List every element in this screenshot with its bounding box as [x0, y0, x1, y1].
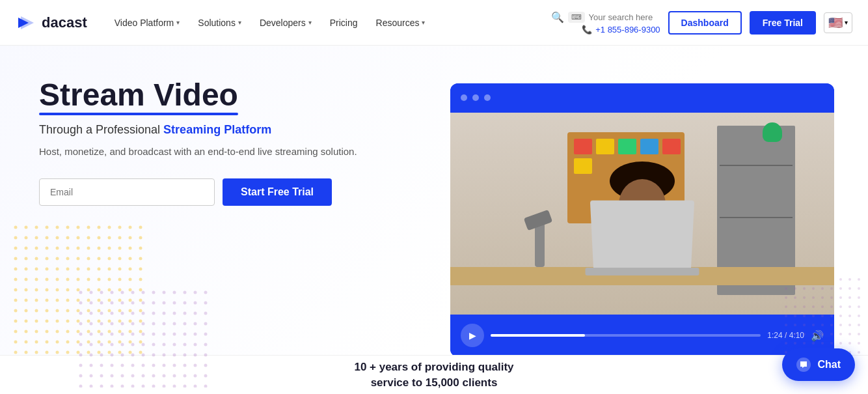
nav-item-video-platform[interactable]: Video Platform ▾: [107, 12, 188, 33]
nav-item-resources[interactable]: Resources ▾: [368, 12, 433, 33]
video-top-bar: [450, 83, 834, 113]
video-dot-2: [472, 94, 479, 101]
chat-button-label: Chat: [817, 359, 841, 371]
note-6: [574, 158, 592, 174]
email-input[interactable]: [39, 178, 215, 206]
video-scene: [450, 113, 834, 315]
lamp: [535, 221, 545, 267]
cta-row: Start Free Trial: [39, 178, 403, 206]
laptop-screen: [590, 200, 694, 267]
chevron-down-icon: ▾: [422, 19, 425, 26]
note-4: [640, 139, 658, 154]
volume-icon[interactable]: 🔊: [811, 330, 824, 342]
dashboard-button[interactable]: Dashboard: [668, 11, 742, 35]
header-contact: 🔍 ⌨ 📞 +1 855-896-9300: [551, 11, 660, 35]
nav-item-developers[interactable]: Developers ▾: [252, 12, 319, 33]
laptop-base: [586, 268, 699, 275]
svg-rect-5: [78, 290, 208, 387]
search-icon[interactable]: 🔍: [551, 11, 564, 23]
header-right: 🔍 ⌨ 📞 +1 855-896-9300 Dashboard Free Tri…: [551, 11, 852, 35]
main-content: Stream Video Through a Professional Stre…: [0, 46, 868, 394]
chevron-down-icon: ▾: [176, 19, 180, 26]
chevron-down-icon: ▾: [845, 19, 848, 26]
start-free-trial-button[interactable]: Start Free Trial: [223, 178, 332, 206]
note-5: [662, 139, 681, 154]
chat-button[interactable]: Chat: [782, 348, 855, 381]
hero-description: Host, monetize, and broadcast with an en…: [39, 145, 403, 160]
phone-link[interactable]: 📞 +1 855-896-9300: [582, 25, 660, 35]
left-content: Stream Video Through a Professional Stre…: [0, 46, 429, 394]
dacast-logo-icon: [16, 12, 36, 33]
dots-yellow-decoration: [13, 225, 143, 355]
video-progress-bar[interactable]: [491, 334, 761, 337]
search-row: 🔍 ⌨: [551, 11, 660, 23]
hero-subtitle: Through a Professional Streaming Platfor…: [39, 123, 403, 137]
free-trial-button[interactable]: Free Trial: [750, 11, 816, 35]
note-3: [618, 139, 636, 154]
note-2: [596, 139, 614, 154]
logo[interactable]: dacast: [16, 12, 87, 33]
language-selector[interactable]: 🇺🇸 ▾: [824, 12, 852, 33]
main-nav: Video Platform ▾ Solutions ▾ Developers …: [107, 12, 551, 33]
right-content: ▶ 1:24 / 4:10 🔊: [429, 46, 868, 394]
video-dot-3: [484, 94, 491, 101]
flag-icon: 🇺🇸: [828, 16, 843, 30]
note-1: [574, 139, 592, 154]
phone-icon: 📞: [582, 25, 592, 35]
hero-title-text: Stream Video: [39, 78, 238, 113]
chevron-down-icon: ▾: [308, 19, 312, 26]
nav-item-solutions[interactable]: Solutions ▾: [190, 12, 249, 33]
hero-title: Stream Video: [39, 78, 403, 113]
video-progress-fill: [491, 334, 585, 337]
header: dacast Video Platform ▾ Solutions ▾ Deve…: [0, 0, 868, 46]
chat-icon: [796, 358, 811, 372]
search-input[interactable]: [589, 12, 660, 22]
video-frame: [450, 113, 834, 315]
video-container: ▶ 1:24 / 4:10 🔊: [450, 83, 834, 357]
chevron-down-icon: ▾: [238, 19, 241, 26]
nav-item-pricing[interactable]: Pricing: [322, 12, 366, 33]
play-button[interactable]: ▶: [461, 324, 484, 347]
video-time: 1:24 / 4:10: [767, 331, 804, 340]
video-dot-1: [461, 94, 467, 101]
logo-text: dacast: [42, 14, 87, 31]
dots-purple-decoration: [78, 290, 208, 387]
video-controls: ▶ 1:24 / 4:10 🔊: [450, 315, 834, 357]
svg-rect-3: [13, 225, 143, 355]
plant: [763, 122, 782, 142]
keyboard-shortcut-icon: ⌨: [568, 12, 585, 23]
